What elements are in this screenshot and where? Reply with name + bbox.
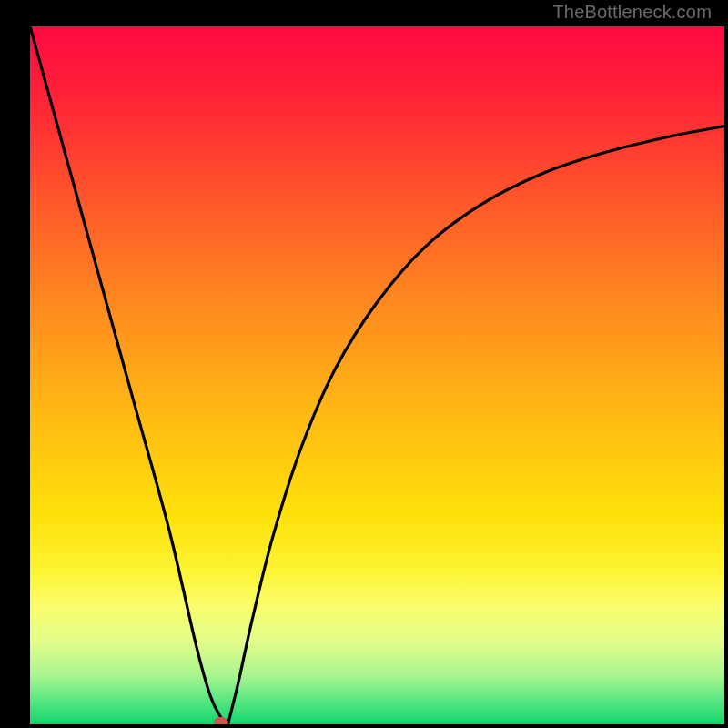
chart-frame: TheBottleneck.com — [0, 0, 728, 728]
gradient-background — [30, 26, 724, 724]
bottleneck-chart — [0, 0, 728, 728]
minimum-marker — [214, 717, 228, 728]
